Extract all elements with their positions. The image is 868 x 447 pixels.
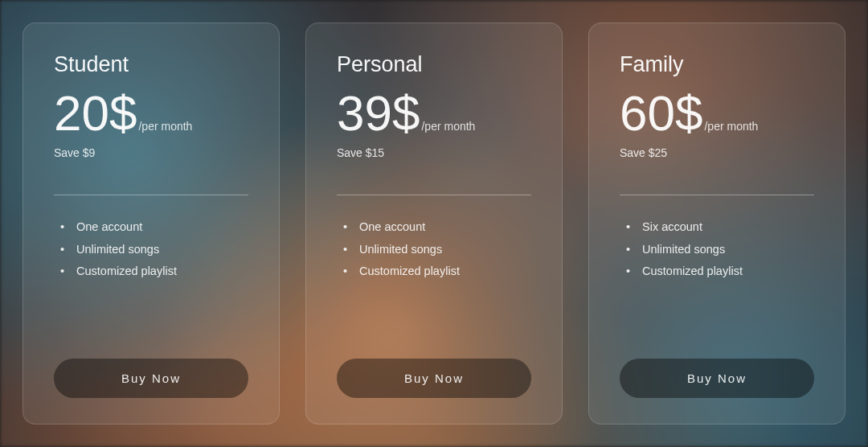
feature-item: Customized playlist (633, 260, 814, 283)
feature-item: Unlimited songs (350, 239, 531, 261)
pricing-container: Student 20$ /per month Save $9 One accou… (0, 0, 868, 447)
feature-item: One account (67, 216, 248, 239)
save-text: Save $9 (54, 146, 248, 159)
feature-item: Unlimited songs (633, 239, 814, 261)
buy-now-button[interactable]: Buy Now (620, 359, 814, 398)
price-amount: 39$ (337, 88, 420, 138)
plan-title: Personal (337, 52, 531, 77)
buy-now-button[interactable]: Buy Now (54, 359, 248, 398)
plan-title: Family (620, 52, 814, 77)
price-period: /per month (704, 120, 758, 133)
divider (620, 195, 814, 195)
features-list: Six account Unlimited songs Customized p… (620, 216, 814, 283)
price-period: /per month (421, 120, 475, 133)
features-list: One account Unlimited songs Customized p… (54, 216, 248, 283)
price-period: /per month (138, 120, 192, 133)
pricing-card-family: Family 60$ /per month Save $25 Six accou… (588, 23, 845, 424)
price-amount: 60$ (620, 88, 702, 138)
price-row: 39$ /per month (337, 88, 531, 138)
feature-item: One account (350, 216, 531, 239)
plan-title: Student (54, 52, 248, 77)
feature-item: Customized playlist (67, 260, 248, 283)
pricing-card-personal: Personal 39$ /per month Save $15 One acc… (305, 23, 563, 424)
feature-item: Customized playlist (350, 260, 531, 283)
save-text: Save $25 (620, 146, 814, 159)
price-row: 20$ /per month (54, 88, 248, 138)
features-list: One account Unlimited songs Customized p… (337, 216, 531, 283)
buy-now-button[interactable]: Buy Now (337, 359, 531, 398)
feature-item: Six account (633, 216, 814, 239)
divider (54, 195, 248, 195)
price-amount: 20$ (54, 88, 137, 138)
divider (337, 195, 531, 195)
feature-item: Unlimited songs (67, 239, 248, 261)
save-text: Save $15 (337, 146, 531, 159)
price-row: 60$ /per month (620, 88, 814, 138)
pricing-card-student: Student 20$ /per month Save $9 One accou… (23, 23, 280, 424)
